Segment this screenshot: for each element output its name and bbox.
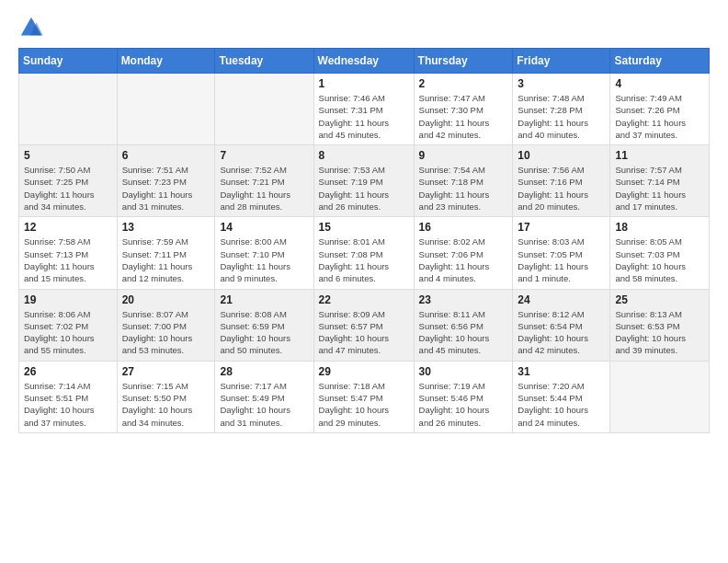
day-info: Sunrise: 7:59 AM Sunset: 7:11 PM Dayligh… [122, 236, 210, 284]
header-friday: Friday [513, 49, 610, 74]
calendar-cell: 18Sunrise: 8:05 AM Sunset: 7:03 PM Dayli… [610, 217, 710, 289]
calendar-cell: 24Sunrise: 8:12 AM Sunset: 6:54 PM Dayli… [513, 289, 610, 361]
day-number: 13 [122, 221, 210, 234]
calendar-cell: 3Sunrise: 7:48 AM Sunset: 7:28 PM Daylig… [513, 74, 610, 145]
day-number: 18 [615, 221, 704, 234]
day-info: Sunrise: 7:48 AM Sunset: 7:28 PM Dayligh… [518, 92, 605, 141]
day-number: 21 [220, 293, 308, 306]
calendar-week-3: 12Sunrise: 7:58 AM Sunset: 7:13 PM Dayli… [19, 217, 710, 289]
day-info: Sunrise: 8:03 AM Sunset: 7:05 PM Dayligh… [518, 236, 605, 284]
calendar-cell [610, 361, 710, 432]
calendar-cell: 25Sunrise: 8:13 AM Sunset: 6:53 PM Dayli… [610, 289, 710, 361]
calendar-cell: 6Sunrise: 7:51 AM Sunset: 7:23 PM Daylig… [117, 145, 215, 217]
day-number: 6 [122, 149, 210, 162]
day-number: 3 [518, 77, 605, 90]
day-number: 10 [518, 149, 605, 162]
day-number: 23 [419, 293, 508, 306]
calendar-cell: 31Sunrise: 7:20 AM Sunset: 5:44 PM Dayli… [513, 361, 610, 432]
day-number: 9 [419, 149, 508, 162]
day-number: 29 [319, 365, 409, 378]
header-sunday: Sunday [19, 49, 118, 74]
day-info: Sunrise: 7:54 AM Sunset: 7:18 PM Dayligh… [419, 164, 508, 213]
day-info: Sunrise: 8:00 AM Sunset: 7:10 PM Dayligh… [220, 236, 308, 284]
day-info: Sunrise: 8:05 AM Sunset: 7:03 PM Dayligh… [615, 236, 704, 284]
day-number: 17 [518, 221, 605, 234]
calendar-cell: 10Sunrise: 7:56 AM Sunset: 7:16 PM Dayli… [513, 145, 610, 217]
day-info: Sunrise: 8:06 AM Sunset: 7:02 PM Dayligh… [24, 308, 112, 357]
calendar-cell: 2Sunrise: 7:47 AM Sunset: 7:30 PM Daylig… [414, 74, 513, 145]
calendar-cell: 9Sunrise: 7:54 AM Sunset: 7:18 PM Daylig… [414, 145, 513, 217]
calendar-cell: 13Sunrise: 7:59 AM Sunset: 7:11 PM Dayli… [117, 217, 215, 289]
day-number: 2 [419, 77, 508, 90]
calendar-cell: 7Sunrise: 7:52 AM Sunset: 7:21 PM Daylig… [215, 145, 313, 217]
day-info: Sunrise: 8:12 AM Sunset: 6:54 PM Dayligh… [518, 308, 605, 357]
calendar-cell: 5Sunrise: 7:50 AM Sunset: 7:25 PM Daylig… [19, 145, 118, 217]
calendar-cell: 11Sunrise: 7:57 AM Sunset: 7:14 PM Dayli… [610, 145, 710, 217]
page-header [18, 15, 710, 40]
day-info: Sunrise: 7:53 AM Sunset: 7:19 PM Dayligh… [319, 164, 409, 213]
day-info: Sunrise: 7:18 AM Sunset: 5:47 PM Dayligh… [319, 380, 409, 429]
day-info: Sunrise: 7:46 AM Sunset: 7:31 PM Dayligh… [319, 92, 409, 141]
calendar-week-5: 26Sunrise: 7:14 AM Sunset: 5:51 PM Dayli… [19, 361, 710, 432]
logo-icon [18, 15, 44, 40]
day-number: 30 [419, 365, 508, 378]
day-info: Sunrise: 8:08 AM Sunset: 6:59 PM Dayligh… [220, 308, 308, 357]
calendar-cell: 12Sunrise: 7:58 AM Sunset: 7:13 PM Dayli… [19, 217, 118, 289]
calendar-cell: 1Sunrise: 7:46 AM Sunset: 7:31 PM Daylig… [313, 74, 414, 145]
day-info: Sunrise: 7:50 AM Sunset: 7:25 PM Dayligh… [24, 164, 112, 213]
header-saturday: Saturday [610, 49, 710, 74]
calendar-cell: 4Sunrise: 7:49 AM Sunset: 7:26 PM Daylig… [610, 74, 710, 145]
calendar-cell: 8Sunrise: 7:53 AM Sunset: 7:19 PM Daylig… [313, 145, 414, 217]
day-number: 12 [24, 221, 112, 234]
calendar-week-1: 1Sunrise: 7:46 AM Sunset: 7:31 PM Daylig… [19, 74, 710, 145]
calendar-week-4: 19Sunrise: 8:06 AM Sunset: 7:02 PM Dayli… [19, 289, 710, 361]
day-info: Sunrise: 7:19 AM Sunset: 5:46 PM Dayligh… [419, 380, 508, 429]
day-number: 27 [122, 365, 210, 378]
calendar-cell [19, 74, 118, 145]
day-number: 28 [220, 365, 308, 378]
calendar-cell: 28Sunrise: 7:17 AM Sunset: 5:49 PM Dayli… [215, 361, 313, 432]
day-info: Sunrise: 8:01 AM Sunset: 7:08 PM Dayligh… [319, 236, 409, 284]
day-info: Sunrise: 7:14 AM Sunset: 5:51 PM Dayligh… [24, 380, 112, 429]
day-number: 19 [24, 293, 112, 306]
day-info: Sunrise: 8:07 AM Sunset: 7:00 PM Dayligh… [122, 308, 210, 357]
calendar-cell: 19Sunrise: 8:06 AM Sunset: 7:02 PM Dayli… [19, 289, 118, 361]
day-number: 7 [220, 149, 308, 162]
header-thursday: Thursday [414, 49, 513, 74]
day-info: Sunrise: 7:51 AM Sunset: 7:23 PM Dayligh… [122, 164, 210, 213]
header-monday: Monday [117, 49, 215, 74]
day-info: Sunrise: 7:20 AM Sunset: 5:44 PM Dayligh… [518, 380, 605, 429]
day-info: Sunrise: 7:15 AM Sunset: 5:50 PM Dayligh… [122, 380, 210, 429]
calendar-cell: 17Sunrise: 8:03 AM Sunset: 7:05 PM Dayli… [513, 217, 610, 289]
header-tuesday: Tuesday [215, 49, 313, 74]
day-info: Sunrise: 7:49 AM Sunset: 7:26 PM Dayligh… [615, 92, 704, 141]
day-info: Sunrise: 7:57 AM Sunset: 7:14 PM Dayligh… [615, 164, 704, 213]
day-number: 20 [122, 293, 210, 306]
calendar-table: SundayMondayTuesdayWednesdayThursdayFrid… [18, 48, 710, 433]
day-number: 11 [615, 149, 704, 162]
calendar-cell: 23Sunrise: 8:11 AM Sunset: 6:56 PM Dayli… [414, 289, 513, 361]
day-info: Sunrise: 7:52 AM Sunset: 7:21 PM Dayligh… [220, 164, 308, 213]
day-info: Sunrise: 7:17 AM Sunset: 5:49 PM Dayligh… [220, 380, 308, 429]
day-number: 31 [518, 365, 605, 378]
calendar-cell: 29Sunrise: 7:18 AM Sunset: 5:47 PM Dayli… [313, 361, 414, 432]
day-info: Sunrise: 7:56 AM Sunset: 7:16 PM Dayligh… [518, 164, 605, 213]
day-number: 24 [518, 293, 605, 306]
calendar-header-row: SundayMondayTuesdayWednesdayThursdayFrid… [19, 49, 710, 74]
day-info: Sunrise: 7:47 AM Sunset: 7:30 PM Dayligh… [419, 92, 508, 141]
day-number: 16 [419, 221, 508, 234]
calendar-cell [215, 74, 313, 145]
calendar-cell: 30Sunrise: 7:19 AM Sunset: 5:46 PM Dayli… [414, 361, 513, 432]
calendar-cell: 16Sunrise: 8:02 AM Sunset: 7:06 PM Dayli… [414, 217, 513, 289]
day-number: 22 [319, 293, 409, 306]
day-number: 26 [24, 365, 112, 378]
calendar-cell [117, 74, 215, 145]
calendar-cell: 22Sunrise: 8:09 AM Sunset: 6:57 PM Dayli… [313, 289, 414, 361]
day-number: 5 [24, 149, 112, 162]
calendar-cell: 15Sunrise: 8:01 AM Sunset: 7:08 PM Dayli… [313, 217, 414, 289]
day-number: 15 [319, 221, 409, 234]
day-number: 25 [615, 293, 704, 306]
calendar-cell: 26Sunrise: 7:14 AM Sunset: 5:51 PM Dayli… [19, 361, 118, 432]
calendar-cell: 27Sunrise: 7:15 AM Sunset: 5:50 PM Dayli… [117, 361, 215, 432]
day-info: Sunrise: 8:13 AM Sunset: 6:53 PM Dayligh… [615, 308, 704, 357]
